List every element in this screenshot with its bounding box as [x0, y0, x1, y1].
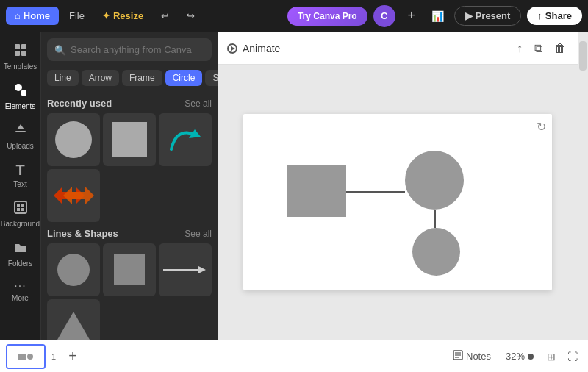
svg-rect-1 [21, 44, 26, 49]
sidebar-item-more[interactable]: ··· More [3, 275, 38, 307]
sidebar-item-background[interactable]: Background [3, 196, 38, 232]
more-icon: ··· [14, 279, 26, 293]
folders-label: Folders [8, 260, 32, 268]
recent-double-arrow-item[interactable] [47, 169, 100, 222]
line-triangle-item[interactable] [47, 299, 100, 340]
tab-circle[interactable]: Circle [165, 70, 203, 86]
tab-square[interactable]: Square [205, 70, 218, 86]
see-all-lines-shapes[interactable]: See all [184, 229, 212, 239]
try-canva-label: Try Canva Pro [298, 11, 357, 21]
svg-rect-2 [15, 51, 20, 56]
add-page-button[interactable]: + [62, 346, 84, 368]
sidebar-item-templates[interactable]: Templates [3, 38, 38, 75]
tab-arrow[interactable]: Arrow [82, 70, 119, 86]
undo-icon: ↩ [161, 10, 169, 21]
present-label: Present [476, 10, 511, 21]
line-square-shape [114, 254, 145, 285]
trash-icon: 🗑 [554, 42, 566, 54]
text-label: Text [13, 180, 26, 188]
home-button[interactable]: ⌂ Home [6, 7, 59, 25]
fullscreen-button[interactable]: ⛶ [563, 348, 582, 365]
recent-circle-item[interactable] [47, 113, 100, 166]
diagram-rect [287, 165, 346, 217]
svg-marker-23 [231, 46, 235, 51]
lines-shapes-grid [47, 243, 212, 340]
sidebar-item-uploads[interactable]: Uploads [3, 118, 38, 154]
canvas-page[interactable]: ↻ [243, 114, 552, 290]
zoom-dot [528, 354, 534, 360]
line-circle-item[interactable] [47, 243, 100, 296]
resize-button[interactable]: ✦ Resize [95, 7, 151, 25]
refresh-button[interactable]: ↻ [537, 120, 546, 134]
canvas-area: Animate ↑ ⧉ 🗑 ↻ [218, 32, 578, 340]
resize-label: Resize [113, 10, 143, 21]
zoom-percent: 32% [506, 351, 525, 362]
notes-label: Notes [466, 351, 491, 362]
thumb-rect [18, 354, 26, 360]
canvas-copy-button[interactable]: ⧉ [531, 39, 545, 58]
see-all-recently-used[interactable]: See all [184, 99, 212, 109]
recent-arrow-item[interactable] [159, 113, 212, 166]
present-button[interactable]: ▶ Present [454, 6, 522, 26]
triangle-shape [57, 312, 90, 340]
sidebar-item-text[interactable]: T Text [3, 157, 38, 193]
thumb-circle [27, 354, 33, 360]
line-circle-shape [57, 254, 90, 286]
thumbnail-content [7, 346, 44, 368]
home-label: Home [24, 10, 50, 21]
diagram-line-v [434, 210, 436, 228]
share-button[interactable]: ↑ Share [527, 7, 582, 25]
try-canva-button[interactable]: Try Canva Pro [287, 7, 368, 26]
search-icon: 🔍 [54, 44, 66, 55]
svg-rect-12 [21, 208, 24, 211]
elements-icon [13, 82, 28, 101]
svg-rect-5 [21, 90, 26, 96]
avatar-button[interactable]: C [373, 5, 395, 27]
recently-used-header: Recently used See all [47, 98, 212, 109]
line-square-item[interactable] [103, 243, 156, 296]
sidebar-item-elements[interactable]: Elements [3, 78, 38, 115]
svg-rect-6 [15, 131, 26, 132]
panel-content: Recently used See all [41, 89, 218, 340]
undo-button[interactable]: ↩ [154, 7, 176, 25]
lines-shapes-header: Lines & Shapes See all [47, 228, 212, 239]
diagram-circle-right [405, 151, 464, 210]
recent-square-item[interactable] [103, 113, 156, 166]
recently-used-title: Recently used [47, 98, 112, 109]
double-arrow-shape [54, 183, 94, 209]
right-panel [578, 32, 588, 340]
resize-icon: ✦ [102, 10, 110, 21]
svg-rect-11 [17, 208, 20, 211]
file-button[interactable]: File [62, 7, 92, 25]
search-box: 🔍 [47, 38, 212, 61]
background-icon [13, 200, 28, 218]
notes-button[interactable]: Notes [447, 347, 497, 365]
copy-icon: ⧉ [534, 42, 542, 54]
line-arrow-item[interactable] [159, 243, 212, 296]
canvas-delete-button[interactable]: 🗑 [551, 39, 569, 58]
sidebar-item-folders[interactable]: Folders [3, 235, 38, 272]
add-account-button[interactable]: + [401, 6, 422, 26]
more-label: More [12, 294, 29, 302]
panel-resize-handle[interactable] [579, 41, 587, 71]
svg-point-4 [15, 84, 22, 91]
left-panel: 🔍 Line Arrow Frame Circle Square › Recen… [41, 32, 218, 340]
file-label: File [69, 10, 85, 21]
page-thumbnails: 1 + [6, 344, 223, 369]
page-1-thumbnail[interactable] [6, 344, 46, 369]
analytics-button[interactable]: 📊 [428, 6, 448, 26]
topbar: ⌂ Home File ✦ Resize ↩ ↪ Try Canva Pro C… [0, 0, 588, 32]
tab-frame[interactable]: Frame [122, 70, 162, 86]
home-icon: ⌂ [15, 10, 21, 21]
avatar-label: C [381, 10, 387, 21]
upload-icon: ↑ [517, 42, 523, 54]
main-area: Templates Elements Uploads T Text Backgr… [0, 32, 588, 340]
animate-button[interactable]: Animate [226, 43, 280, 54]
svg-rect-0 [15, 44, 20, 49]
tab-line[interactable]: Line [47, 70, 79, 86]
grid-view-button[interactable]: ⊞ [542, 348, 560, 365]
redo-button[interactable]: ↪ [179, 7, 202, 25]
search-input[interactable] [47, 38, 212, 61]
canvas-upload-button[interactable]: ↑ [514, 39, 526, 58]
svg-marker-7 [17, 124, 24, 129]
